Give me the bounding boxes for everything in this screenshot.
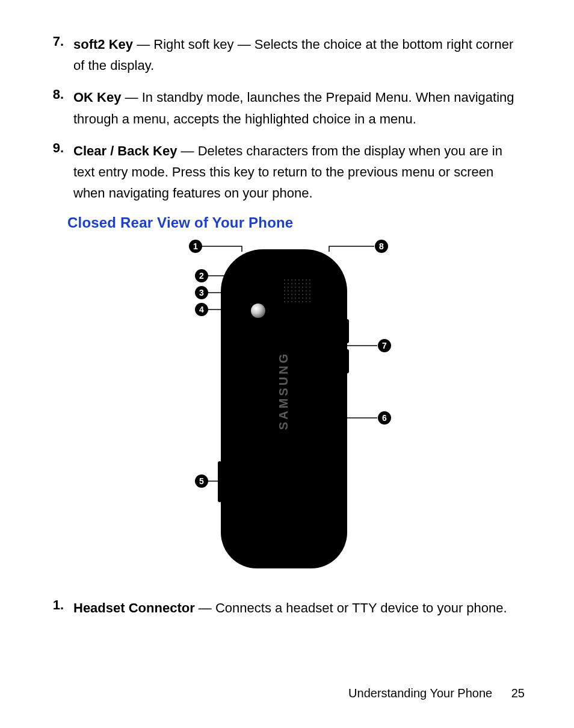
brand-label: SAMSUNG <box>277 352 291 430</box>
footer-section: Understanding Your Phone <box>348 686 492 700</box>
item-term: soft2 Key <box>73 37 133 52</box>
item-body: soft2 Key — Right soft key — Selects the… <box>73 34 526 76</box>
list-item: 8. OK Key — In standby mode, launches th… <box>48 87 526 129</box>
item-desc: — Right soft key — Selects the choice at… <box>73 37 513 73</box>
list-item: 7. soft2 Key — Right soft key — Selects … <box>48 34 526 76</box>
top-list: 7. soft2 Key — Right soft key — Selects … <box>48 34 526 204</box>
item-term: Headset Connector <box>73 600 195 615</box>
list-item: 1. Headset Connector — Connects a headse… <box>48 597 526 618</box>
item-term: Clear / Back Key <box>73 143 177 158</box>
item-body: Clear / Back Key — Deletes characters fr… <box>73 140 526 204</box>
item-number: 8. <box>48 87 73 129</box>
footer-page-number: 25 <box>511 686 525 700</box>
speaker-grille-icon <box>283 278 312 305</box>
item-desc: — Connects a headset or TTY device to yo… <box>195 600 507 615</box>
item-desc: — In standby mode, launches the Prepaid … <box>73 90 514 126</box>
item-number: 1. <box>48 597 73 618</box>
side-button-icon <box>345 349 349 373</box>
item-number: 7. <box>48 34 73 76</box>
bottom-list: 1. Headset Connector — Connects a headse… <box>48 597 526 618</box>
item-term: OK Key <box>73 90 121 105</box>
side-button-icon <box>218 461 221 502</box>
section-heading: Closed Rear View of Your Phone <box>67 214 526 231</box>
item-body: Headset Connector — Connects a headset o… <box>73 597 507 618</box>
item-number: 9. <box>48 140 73 204</box>
phone-diagram: SAMSUNG 1 2 3 4 5 6 7 8 <box>110 237 458 580</box>
side-button-icon <box>345 319 349 343</box>
item-body: OK Key — In standby mode, launches the P… <box>73 87 526 129</box>
list-item: 9. Clear / Back Key — Deletes characters… <box>48 140 526 204</box>
page-footer: Understanding Your Phone 25 <box>348 686 525 700</box>
